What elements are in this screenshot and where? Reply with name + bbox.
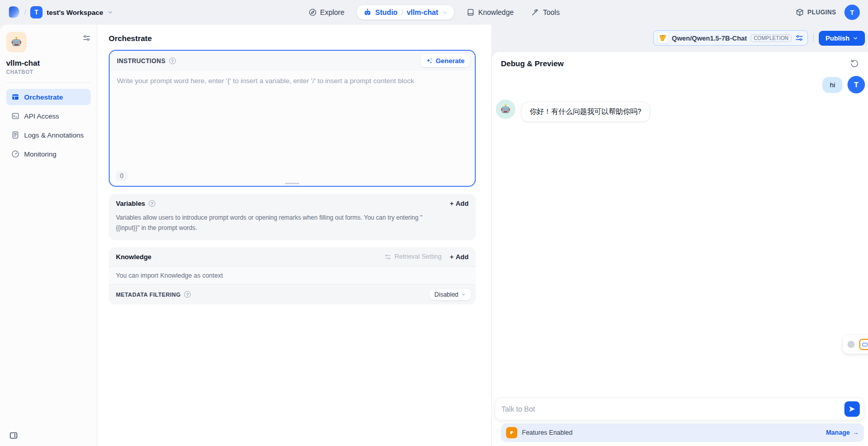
primary-nav: Explore Studio / vllm-chat Knowledge Too…: [303, 0, 564, 25]
nav-explore-label: Explore: [320, 8, 344, 16]
user-avatar[interactable]: T: [844, 5, 860, 20]
metadata-filtering-row: METADATA FILTERING ? Disabled: [109, 284, 476, 304]
robot-icon: [364, 8, 372, 16]
chevron-down-icon: [107, 9, 113, 15]
add-label: Add: [456, 200, 469, 207]
features-bar: Features Enabled Manage →: [501, 423, 864, 442]
collapse-sidebar-icon[interactable]: [9, 431, 18, 440]
floating-widget: [843, 335, 868, 354]
bot-avatar: [496, 100, 515, 119]
gauge-icon: [11, 150, 19, 158]
studio-breadcrumb-separator: /: [401, 8, 403, 16]
robot-emoji-icon: [499, 103, 512, 115]
document-list-icon: [11, 131, 19, 139]
help-icon[interactable]: ?: [149, 200, 155, 207]
sidebar-item-label: Monitoring: [24, 150, 56, 158]
prompt-input[interactable]: [117, 77, 468, 154]
user-chat-avatar: T: [847, 76, 865, 93]
nav-current-app: vllm-chat: [407, 8, 438, 16]
sidebar-item-label: Logs & Annotations: [24, 131, 84, 139]
book-icon: [467, 8, 475, 16]
model-name: Qwen/Qwen1.5-7B-Chat: [672, 34, 747, 42]
debug-preview-panel: Debug & Preview hi T: [491, 51, 868, 446]
robot-emoji-icon: [10, 35, 23, 49]
workspace-avatar: T: [30, 6, 43, 18]
chevron-down-icon: [853, 35, 858, 41]
app-settings-icon[interactable]: [83, 34, 91, 42]
variables-section: Variables ? + Add Variables allow users …: [109, 194, 476, 240]
nav-explore[interactable]: Explore: [303, 5, 349, 20]
paper-plane-icon: [849, 405, 856, 413]
knowledge-title: Knowledge: [116, 253, 151, 261]
chat-footer: Features Enabled Manage →: [492, 395, 868, 446]
metadata-filtering-value: Disabled: [434, 291, 458, 298]
add-variable-button[interactable]: + Add: [450, 200, 469, 207]
add-knowledge-button[interactable]: + Add: [450, 253, 469, 261]
metadata-filtering-select[interactable]: Disabled: [430, 289, 471, 300]
features-enabled-label: Features Enabled: [522, 429, 573, 436]
generate-button[interactable]: Generate: [420, 54, 470, 67]
package-icon: [796, 8, 804, 16]
debug-preview-title: Debug & Preview: [501, 59, 564, 68]
top-navigation-bar: / T test's Workspace Explore Studio / vl…: [0, 0, 868, 25]
vllm-logo-icon: [658, 33, 668, 43]
add-label: Add: [456, 253, 469, 261]
variables-description: Variables allow users to introduce promp…: [109, 213, 442, 240]
chat-transcript: hi T 你好！有什么问题我可以帮助你吗?: [492, 72, 868, 395]
instructions-editor: INSTRUCTIONS ? Generate 0: [109, 50, 476, 187]
workspace-name: test's Workspace: [47, 9, 103, 16]
chat-message-assistant: 你好！有什么问题我可以帮助你吗?: [495, 100, 865, 122]
send-button[interactable]: [844, 401, 860, 417]
plus-icon: +: [450, 200, 454, 207]
chat-input[interactable]: [495, 398, 864, 420]
retrieval-sliders-icon: [385, 254, 391, 260]
plugins-label: PLUGINS: [808, 9, 836, 16]
compass-icon: [308, 8, 316, 16]
app-sidebar: vllm-chat CHATBOT Orchestrate API Access…: [0, 25, 97, 446]
nav-knowledge[interactable]: Knowledge: [461, 5, 519, 20]
sidebar-app-type-badge: CHATBOT: [6, 69, 91, 75]
toolbar-divider: [813, 34, 814, 42]
help-icon[interactable]: ?: [184, 291, 191, 298]
help-icon[interactable]: ?: [169, 57, 176, 64]
manage-label: Manage: [826, 429, 850, 436]
publish-button[interactable]: Publish: [819, 31, 865, 46]
sidebar-item-orchestrate[interactable]: Orchestrate: [6, 89, 91, 105]
plus-icon: +: [450, 253, 454, 261]
model-parameters-icon[interactable]: [795, 34, 803, 42]
sparkle-icon: [426, 57, 433, 65]
instructions-title: INSTRUCTIONS: [117, 57, 166, 65]
chevron-down-icon[interactable]: [442, 10, 448, 15]
app-icon[interactable]: [6, 32, 27, 52]
chat-message-user: hi T: [495, 76, 865, 93]
sidebar-item-monitoring[interactable]: Monitoring: [6, 146, 91, 162]
resize-handle[interactable]: [285, 183, 299, 184]
nav-studio-label: Studio: [375, 8, 398, 16]
orchestrate-panel: Orchestrate INSTRUCTIONS ? Generate 0: [97, 25, 491, 446]
variables-title: Variables: [116, 200, 145, 207]
mini-app-icon[interactable]: [859, 339, 868, 350]
metadata-filtering-label: METADATA FILTERING: [116, 292, 180, 298]
manage-features-link[interactable]: Manage →: [826, 429, 859, 436]
breadcrumb-separator: /: [24, 8, 26, 16]
scroll-dot-button[interactable]: [847, 341, 855, 348]
page-title: Orchestrate: [109, 34, 476, 43]
restart-conversation-icon[interactable]: [850, 59, 859, 68]
nav-studio-active[interactable]: Studio / vllm-chat: [357, 5, 454, 20]
dify-logo: [8, 6, 20, 20]
model-selector[interactable]: Qwen/Qwen1.5-7B-Chat COMPLETION: [653, 30, 808, 46]
knowledge-description: You can import Knowledge as context: [109, 266, 476, 284]
sidebar-item-api-access[interactable]: API Access: [6, 108, 91, 124]
terminal-icon: [11, 112, 19, 120]
workspace-switcher[interactable]: / T test's Workspace: [8, 6, 113, 20]
hammer-icon: [531, 8, 539, 16]
retrieval-setting-button[interactable]: Retrieval Setting: [385, 253, 441, 260]
model-toolbar: Qwen/Qwen1.5-7B-Chat COMPLETION Publish: [491, 25, 868, 51]
features-icon: [506, 427, 517, 438]
user-message-bubble: hi: [822, 77, 842, 93]
nav-tools[interactable]: Tools: [526, 5, 565, 20]
plugins-button[interactable]: PLUGINS: [796, 8, 836, 16]
char-count: 0: [116, 171, 128, 181]
sidebar-item-logs-annotations[interactable]: Logs & Annotations: [6, 127, 91, 143]
publish-label: Publish: [825, 34, 850, 42]
